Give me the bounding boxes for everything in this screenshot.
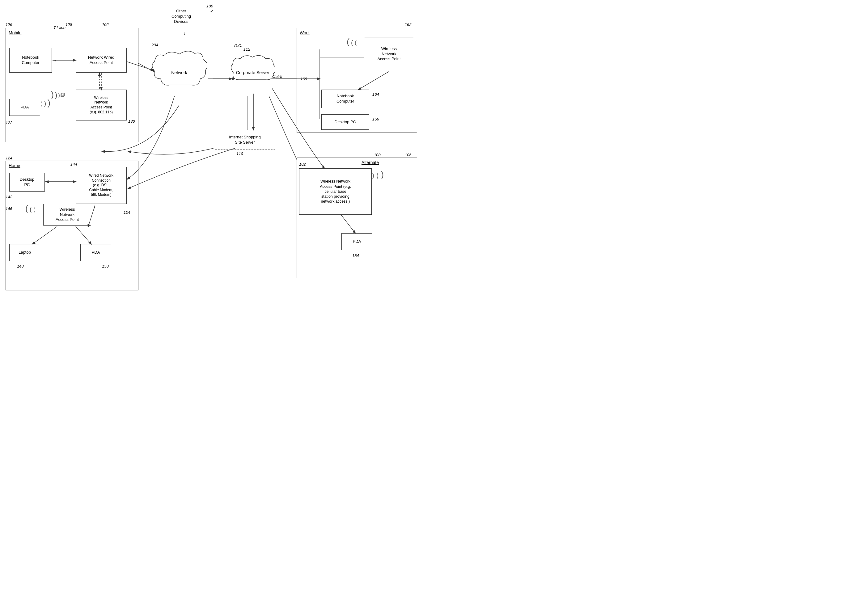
- ref-102: 102: [102, 22, 109, 27]
- wireless-arc-2: ): [55, 91, 57, 99]
- ref-104: 104: [123, 210, 131, 215]
- other-computing-label: OtherComputingDevices: [172, 9, 191, 24]
- ref-168: 168: [300, 76, 307, 81]
- network-diagram: 100 ↙ Mobile 126 NotebookComputer 128 T1…: [0, 0, 423, 308]
- work-section-label: Work: [300, 30, 310, 35]
- work-wireless-signal-2: ): [351, 39, 353, 47]
- ref-128: 128: [66, 22, 72, 27]
- ref-204: 204: [151, 43, 158, 47]
- ref-106: 106: [405, 153, 411, 157]
- wireless-arc-1: ): [58, 92, 60, 98]
- alternate-section-label: Alternate: [361, 160, 379, 165]
- pda-mobile: PDA: [9, 99, 40, 116]
- dashed-arrow-ap: ↕: [99, 73, 101, 78]
- ref-108: 108: [374, 153, 381, 157]
- ref-130: 130: [128, 119, 135, 123]
- alt-wireless-signal-1: ): [372, 172, 374, 179]
- ref-110: 110: [236, 151, 243, 156]
- arrow-100: ↙: [210, 9, 213, 13]
- pda-mobile-signal-3: ): [48, 98, 50, 108]
- home-section-label: Home: [9, 163, 20, 168]
- ref-100: 100: [206, 4, 213, 8]
- ref-142: 142: [6, 195, 12, 199]
- network-label: Network: [171, 70, 187, 75]
- desktop-pc-work: Desktop PC: [321, 114, 369, 130]
- pda-home: PDA: [80, 244, 111, 261]
- notebook-computer-mobile: NotebookComputer: [9, 48, 52, 73]
- work-wireless-signal-3: ): [347, 37, 350, 47]
- pda-mobile-signal-2: ): [44, 100, 46, 107]
- internet-shopping-server: Internet ShoppingSite Server: [215, 130, 275, 150]
- wireless-home-signal-3: ): [25, 204, 28, 213]
- wireless-ap-alt: Wireless NetworkAccess Point (e.g.cellul…: [299, 169, 372, 215]
- mobile-section-label: Mobile: [9, 30, 21, 35]
- arrow-nb-ap: →: [53, 58, 57, 63]
- network-cloud: Network: [151, 48, 207, 97]
- corporate-server-label: Corporate Server: [236, 70, 269, 75]
- work-wireless-signal-1: ): [355, 40, 357, 46]
- ref-124: 124: [6, 156, 12, 160]
- t1-line-label: T1 line: [53, 25, 66, 30]
- ref-166: 166: [372, 117, 379, 122]
- ref-146: 146: [6, 206, 12, 211]
- ref-148: 148: [17, 264, 24, 268]
- alt-wireless-signal-3: ): [381, 170, 384, 179]
- wireless-arc-3: ): [51, 90, 54, 100]
- ref-162: 162: [405, 22, 411, 27]
- wireless-ap-work: WirelessNetworkAccess Point: [364, 37, 414, 71]
- laptop-home: Laptop: [9, 244, 40, 261]
- network-wired-ap: Network WiredAccess Point: [76, 48, 127, 73]
- wireless-home-signal-1: ): [33, 206, 35, 213]
- dc-label: D.C.: [234, 43, 242, 48]
- arrow-wired-wireless-home: ↑: [94, 205, 96, 210]
- wireless-signal-mobile-ap: ⧉: [60, 91, 65, 98]
- mobile-section: [6, 28, 138, 142]
- other-computing-arrow: ↓: [183, 31, 185, 36]
- ref-112: 112: [244, 47, 250, 51]
- pda-alt: PDA: [341, 233, 372, 250]
- ref-150: 150: [102, 264, 109, 268]
- notebook-computer-work: NotebookComputer: [321, 89, 369, 108]
- ref-182: 182: [299, 162, 306, 167]
- ref-144: 144: [70, 162, 77, 167]
- cat5-label: Cat-5: [273, 74, 282, 79]
- corporate-server: Corporate Server: [230, 53, 275, 93]
- arrow-desktop-wired: ↔: [46, 180, 50, 185]
- wired-network-conn: Wired NetworkConnection(e.g. DSL,Cable M…: [76, 167, 127, 204]
- alt-wireless-signal-2: ): [376, 172, 379, 179]
- wireless-ap-home: WirelessNetworkAccess Point: [43, 204, 91, 226]
- desktop-pc-home: DesktopPC: [9, 173, 45, 192]
- ref-164: 164: [372, 92, 379, 97]
- ref-126: 126: [6, 22, 12, 27]
- ref-184: 184: [352, 253, 359, 258]
- wireless-ap-mobile: WirelessNetworkAccess Point(e.g. 802.11b…: [76, 89, 127, 120]
- ref-122: 122: [6, 120, 12, 125]
- pda-mobile-signal-1: ): [41, 100, 43, 107]
- wireless-home-signal-2: ): [30, 205, 32, 213]
